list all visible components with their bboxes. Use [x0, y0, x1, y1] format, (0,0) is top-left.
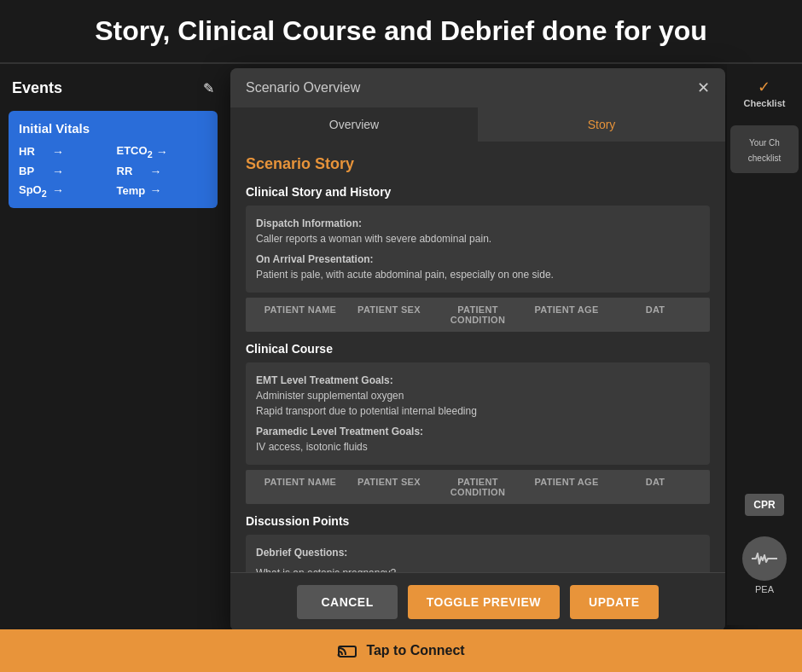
- vital-arrow-bp: →: [52, 165, 64, 178]
- vitals-grid: HR → ETCO2 → BP → RR → SpO2 →: [19, 144, 207, 198]
- col-date-1: DAT: [611, 304, 700, 325]
- vitals-card: Initial Vitals HR → ETCO2 → BP → RR →: [9, 111, 218, 208]
- checklist-card-text: Your Ch checklist: [748, 138, 781, 163]
- paramedic-goals: Paramedic Level Treatment Goals: IV acce…: [256, 424, 700, 455]
- emt-label: EMT Level Treatment Goals:: [256, 374, 393, 386]
- vital-arrow-spo2: →: [52, 183, 64, 197]
- vital-row-temp: Temp →: [117, 183, 208, 199]
- col-patient-name-1: PATIENT NAME: [256, 304, 345, 325]
- tab-overview[interactable]: Overview: [230, 107, 478, 142]
- check-icon: ✓: [758, 78, 770, 96]
- modal-close-button[interactable]: ✕: [697, 80, 710, 96]
- sidebar-header: Events ✎: [9, 72, 218, 104]
- vital-label-temp: Temp: [117, 184, 147, 197]
- arrival-info: On Arrival Presentation: Patient is pale…: [256, 252, 700, 282]
- col-patient-sex-2: PATIENT SEX: [345, 477, 433, 497]
- vital-label-rr: RR: [117, 165, 147, 177]
- bottom-bar[interactable]: Tap to Connect: [0, 629, 802, 672]
- modal-footer: CANCEL TOGGLE PREVIEW UPDATE: [230, 572, 725, 631]
- right-sidebar: ✓ Checklist Your Ch checklist CPR PEA: [727, 64, 802, 625]
- pea-item[interactable]: PEA: [739, 530, 790, 601]
- tab-story[interactable]: Story: [478, 107, 725, 142]
- main-title: Story, Clinical Course and Debrief done …: [17, 15, 785, 47]
- edit-icon[interactable]: ✎: [203, 80, 214, 96]
- bottom-bar-text: Tap to Connect: [366, 643, 464, 658]
- arrival-label: On Arrival Presentation:: [256, 253, 374, 265]
- vital-arrow-hr: →: [52, 145, 64, 159]
- clinical-story-table-header: PATIENT NAME PATIENT SEX PATIENT CONDITI…: [246, 298, 710, 332]
- col-patient-name-2: PATIENT NAME: [256, 477, 345, 497]
- checklist-button[interactable]: ✓ Checklist: [737, 71, 793, 115]
- clinical-course-section: Clinical Course EMT Level Treatment Goal…: [246, 342, 710, 504]
- discussion-header: Discussion Points: [246, 514, 710, 528]
- dispatch-text: Caller reports a woman with severe abdom…: [256, 233, 491, 245]
- clinical-course-table-header: PATIENT NAME PATIENT SEX PATIENT CONDITI…: [246, 470, 710, 504]
- emt-text: Administer supplemental oxygenRapid tran…: [256, 390, 477, 417]
- vital-row-rr: RR →: [117, 165, 208, 178]
- vital-row-spo2: SpO2 →: [19, 183, 110, 199]
- col-patient-age-1: PATIENT AGE: [522, 304, 611, 325]
- debrief-questions-label: Debrief Questions:: [256, 547, 347, 559]
- scenario-modal: Scenario Overview ✕ Overview Story Scena…: [230, 68, 725, 631]
- pea-circle: [742, 536, 787, 581]
- vital-label-etco2: ETCO2: [117, 144, 153, 159]
- cpr-item[interactable]: CPR: [741, 487, 787, 523]
- clinical-story-header: Clinical Story and History: [246, 185, 710, 199]
- clinical-story-section: Clinical Story and History Dispatch Info…: [246, 185, 710, 332]
- cpr-badge: CPR: [745, 494, 783, 516]
- update-button[interactable]: UPDATE: [570, 585, 659, 619]
- clinical-course-content: EMT Level Treatment Goals: Administer su…: [246, 362, 710, 465]
- clinical-story-content: Dispatch Information: Caller reports a w…: [246, 206, 710, 293]
- vital-arrow-etco2: →: [156, 145, 168, 159]
- vital-row-hr: HR →: [19, 144, 110, 159]
- checklist-label: Checklist: [744, 98, 786, 108]
- emt-goals: EMT Level Treatment Goals: Administer su…: [256, 373, 700, 419]
- sidebar-title: Events: [12, 79, 62, 97]
- clinical-course-header: Clinical Course: [246, 342, 710, 356]
- vital-label-hr: HR: [19, 145, 49, 158]
- col-patient-condition-1: PATIENT CONDITION: [433, 304, 522, 325]
- col-patient-sex-1: PATIENT SEX: [345, 304, 433, 325]
- vitals-card-title: Initial Vitals: [19, 121, 207, 136]
- cancel-button[interactable]: CANCEL: [297, 585, 397, 619]
- vital-row-etco2: ETCO2 →: [117, 144, 208, 159]
- col-patient-condition-2: PATIENT CONDITION: [433, 477, 522, 497]
- arrival-text: Patient is pale, with acute abdominal pa…: [256, 269, 554, 281]
- paramedic-label: Paramedic Level Treatment Goals:: [256, 426, 423, 437]
- modal-tabs: Overview Story: [230, 107, 725, 142]
- checklist-card: Your Ch checklist: [730, 125, 799, 173]
- discussion-content: Debrief Questions: What is an ectopic pr…: [246, 535, 710, 572]
- vital-arrow-rr: →: [150, 165, 162, 178]
- vital-label-spo2: SpO2: [19, 183, 49, 199]
- debrief-label-p: Debrief Questions:: [256, 545, 700, 560]
- dispatch-info: Dispatch Information: Caller reports a w…: [256, 216, 700, 246]
- sidebar: Events ✎ Initial Vitals HR → ETCO2 → BP …: [0, 64, 226, 625]
- ectopic-question: What is an ectopic pregnancy?Answer: An …: [256, 565, 700, 572]
- waveform-icon: [752, 550, 777, 567]
- header-banner: Story, Clinical Course and Debrief done …: [0, 0, 802, 64]
- col-patient-age-2: PATIENT AGE: [522, 477, 611, 497]
- discussion-points-section: Discussion Points Debrief Questions: Wha…: [246, 514, 710, 572]
- vital-row-bp: BP →: [19, 165, 110, 178]
- scenario-story-title: Scenario Story: [246, 155, 710, 173]
- modal-body: Scenario Story Clinical Story and Histor…: [230, 142, 725, 572]
- svg-point-1: [338, 654, 340, 657]
- toggle-preview-button[interactable]: TOGGLE PREVIEW: [408, 585, 560, 619]
- col-date-2: DAT: [611, 477, 700, 497]
- vital-arrow-temp: →: [150, 183, 162, 197]
- dispatch-label: Dispatch Information:: [256, 217, 362, 229]
- vital-label-bp: BP: [19, 165, 49, 177]
- modal-title: Scenario Overview: [246, 80, 360, 96]
- main-area: Events ✎ Initial Vitals HR → ETCO2 → BP …: [0, 64, 802, 625]
- modal-header: Scenario Overview ✕: [230, 68, 725, 107]
- cast-icon: [337, 643, 357, 658]
- pea-label: PEA: [755, 584, 774, 594]
- paramedic-text: IV access, isotonic fluids: [256, 441, 368, 453]
